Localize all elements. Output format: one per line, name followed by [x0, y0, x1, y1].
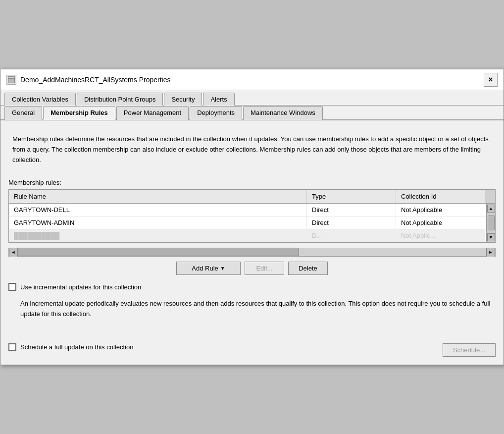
- incremental-updates-description: An incremental update periodically evalu…: [20, 295, 496, 324]
- scroll-down-arrow[interactable]: ▼: [487, 233, 495, 241]
- col-header-rule-name: Rule Name: [9, 190, 307, 203]
- membership-rules-label: Membership rules:: [8, 179, 496, 186]
- cell-type: Direct: [307, 217, 396, 229]
- section-divider: [8, 331, 496, 339]
- incremental-updates-row: Use incremental updates for this collect…: [8, 283, 496, 291]
- title-bar: Demo_AddMachinesRCT_AllSystems Propertie…: [0, 69, 504, 90]
- cell-collection-id: Not Applicable: [396, 217, 485, 229]
- schedule-full-update-checkbox[interactable]: [8, 343, 16, 351]
- properties-window: Demo_AddMachinesRCT_AllSystems Propertie…: [0, 69, 504, 365]
- schedule-full-update-section: Schedule a full update on this collectio…: [8, 343, 496, 357]
- edit-button[interactable]: Edit...: [245, 262, 284, 275]
- col-header-collection-id: Collection Id: [396, 190, 485, 203]
- cell-rule-name: GARYTOWN-DELL: [9, 204, 307, 216]
- table-row[interactable]: ██████████ D... Not Applic...: [9, 229, 495, 242]
- window-title: Demo_AddMachinesRCT_AllSystems Propertie…: [20, 76, 170, 84]
- action-buttons: Add Rule ▼ Edit... Delete: [8, 262, 496, 275]
- scroll-thumb[interactable]: [488, 216, 495, 230]
- tab-alerts[interactable]: Alerts: [203, 93, 234, 106]
- tab-collection-variables[interactable]: Collection Variables: [4, 93, 76, 106]
- tab-content: Membership rules determine the resources…: [0, 120, 504, 365]
- table-row[interactable]: GARYTOWN-ADMIN Direct Not Applicable: [9, 217, 495, 229]
- schedule-button[interactable]: Schedule...: [443, 343, 496, 357]
- cell-collection-id: Not Applicable: [396, 204, 485, 216]
- svg-rect-2: [8, 79, 14, 83]
- membership-rules-table: Rule Name Type Collection Id GARYTOWN-DE…: [8, 189, 496, 243]
- scroll-thumb-horizontal[interactable]: [18, 248, 299, 256]
- tab-row-1: Collection Variables Distribution Point …: [0, 90, 504, 106]
- dropdown-arrow-icon: ▼: [220, 266, 225, 271]
- scrollbar-header: [485, 190, 495, 203]
- scroll-left-arrow[interactable]: ◄: [9, 248, 18, 257]
- description-text: Membership rules determine the resources…: [8, 128, 496, 171]
- tab-row-2: General Membership Rules Power Managemen…: [0, 106, 504, 120]
- tab-distribution-point-groups[interactable]: Distribution Point Groups: [77, 93, 163, 106]
- table-row[interactable]: GARYTOWN-DELL Direct Not Applicable: [9, 204, 495, 217]
- cell-rule-name: ██████████: [9, 229, 307, 242]
- window-icon: [6, 75, 16, 85]
- table-body[interactable]: GARYTOWN-DELL Direct Not Applicable GARY…: [9, 204, 495, 242]
- cell-rule-name: GARYTOWN-ADMIN: [9, 217, 307, 229]
- schedule-full-update-label: Schedule a full update on this collectio…: [20, 343, 133, 351]
- delete-button[interactable]: Delete: [288, 262, 328, 275]
- horizontal-scrollbar[interactable]: ◄ ►: [8, 248, 496, 257]
- incremental-updates-checkbox[interactable]: [8, 283, 16, 291]
- scroll-right-arrow[interactable]: ►: [486, 248, 495, 257]
- tab-security[interactable]: Security: [164, 93, 202, 106]
- schedule-full-update-row: Schedule a full update on this collectio…: [8, 343, 133, 351]
- scroll-up-arrow[interactable]: ▲: [487, 205, 495, 213]
- cell-type: Direct: [307, 204, 396, 216]
- tab-membership-rules[interactable]: Membership Rules: [43, 106, 115, 120]
- incremental-updates-label: Use incremental updates for this collect…: [20, 283, 141, 291]
- cell-type: D...: [307, 229, 396, 242]
- tab-power-management[interactable]: Power Management: [116, 106, 189, 120]
- cell-collection-id: Not Applic...: [396, 229, 485, 242]
- title-bar-left: Demo_AddMachinesRCT_AllSystems Propertie…: [6, 75, 170, 85]
- tab-deployments[interactable]: Deployments: [190, 106, 242, 120]
- table-header: Rule Name Type Collection Id: [9, 190, 495, 204]
- tab-maintenance-windows[interactable]: Maintenance Windows: [243, 106, 323, 120]
- scroll-track[interactable]: [18, 248, 486, 256]
- add-rule-button[interactable]: Add Rule ▼: [176, 262, 241, 275]
- close-button[interactable]: ×: [484, 73, 498, 87]
- vertical-scrollbar[interactable]: ▲ ▼: [486, 204, 495, 242]
- tab-general[interactable]: General: [4, 106, 42, 120]
- svg-rect-1: [8, 77, 14, 78]
- col-header-type: Type: [307, 190, 396, 203]
